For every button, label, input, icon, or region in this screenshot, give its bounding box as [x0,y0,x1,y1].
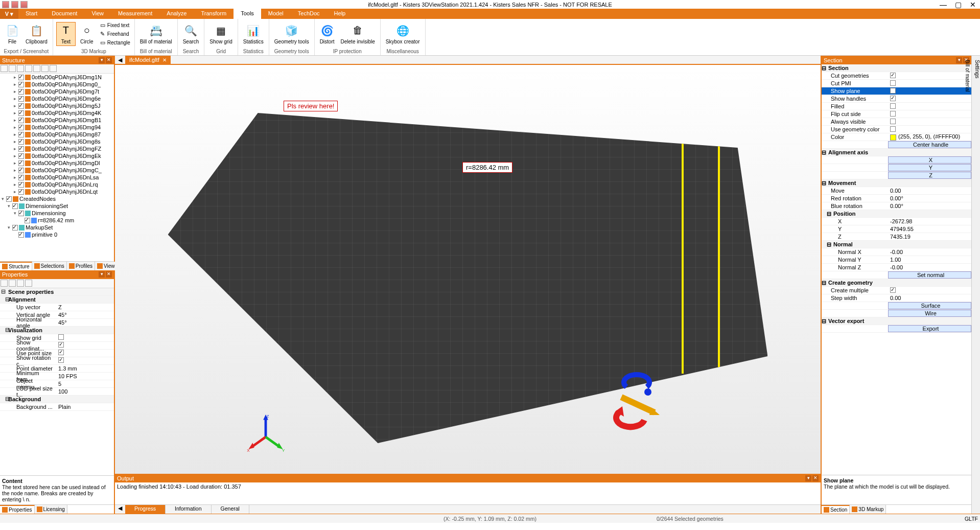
tree-checkbox[interactable] [18,211,24,216]
tree-node[interactable]: ▸0otfaO0qPDAhynjJ6Dmg8s [0,138,114,145]
delete-invisible-button[interactable]: 🗑Delete invisible [339,22,377,45]
sec-createmult-checkbox[interactable] [890,287,896,293]
sec-showplane-checkbox[interactable] [890,88,896,94]
panel-close-icon[interactable]: ✕ [812,475,819,481]
sec-pos-z-value[interactable]: 7435.19 [888,234,971,240]
sec-cutpmi-checkbox[interactable] [890,80,896,86]
tree-node[interactable]: r=8286.42 mm [0,217,114,224]
tab-structure[interactable]: Structure [0,262,32,270]
tree-node[interactable]: ▸0otfaO0qPDAhynjJ6DmgC_ [0,167,114,174]
panel-pin-icon[interactable]: ▾ [956,57,962,63]
text-markup-button[interactable]: TText [56,22,76,46]
section-handle-gizmo[interactable] [606,372,667,433]
bom-button[interactable]: 📇Bill of material [138,22,174,45]
sec-bluerot-value[interactable]: 0.00° [888,203,971,209]
tree-checkbox[interactable] [18,146,24,152]
distort-button[interactable]: 🌀Distort [318,22,337,45]
tree-tool-button[interactable] [50,65,57,72]
sec-group-section[interactable]: Section [826,65,893,71]
statistics-button[interactable]: 📊Statistics [241,22,266,45]
tree-node[interactable]: ▸0otfaO0qPDAhynjJ6Dmg5J [0,102,114,109]
tree-tool-button[interactable] [1,65,8,72]
tree-checkbox[interactable] [18,182,24,188]
tree-checkbox[interactable] [18,160,24,166]
tree-checkbox[interactable] [18,153,24,159]
align-y-button[interactable]: Y [888,164,971,171]
tree-node[interactable]: primitive 0 [0,231,114,238]
tree-node[interactable]: ▸0otfaO0qPDAhynjJ6DnLrq [0,181,114,188]
tree-checkbox[interactable] [18,82,24,87]
sec-stepwidth-value[interactable]: 0.00 [888,295,971,301]
tree-node[interactable]: ▸0otfaO0qPDAhynjJ6Dmg4K [0,109,114,117]
sec-group-normal[interactable]: Normal [831,241,898,247]
out-tab-prev[interactable]: ◀ [115,505,125,514]
fixedtext-markup-button[interactable]: ▭Fixed text [98,21,131,29]
tree-checkbox[interactable] [12,203,18,209]
tree-node[interactable]: ▸0otfaO0qPDAhynjJ6Dmg94 [0,124,114,131]
sec-normal-x-value[interactable]: -0.00 [888,249,971,255]
tab-licensing[interactable]: Licensing [35,505,67,514]
sec-always-checkbox[interactable] [890,119,896,124]
tree-checkbox[interactable] [12,225,18,231]
tree-checkbox[interactable] [18,125,24,130]
sec-move-value[interactable]: 0.00 [888,188,971,194]
sec-normal-z-value[interactable]: -0.00 [888,264,971,270]
tree-checkbox[interactable] [18,132,24,137]
prop-showgrid-checkbox[interactable] [58,334,64,340]
tree-node[interactable]: ▸0otfaO0qPDAhynjJ6DmgB1 [0,117,114,124]
tree-checkbox[interactable] [18,139,24,145]
tab-progress[interactable]: Progress [125,505,166,514]
prop-objmin-value[interactable]: 5 [56,381,114,387]
settings-rail-tab[interactable]: Settings [974,60,980,514]
surface-button[interactable]: Surface [888,302,971,309]
sec-cutgeo-checkbox[interactable] [890,73,896,78]
tree-tool-button[interactable] [17,65,24,72]
prop-vangle-value[interactable]: 45° [56,312,114,318]
sec-redrot-value[interactable]: 0.00° [888,195,971,201]
tree-node[interactable]: ▸0otfaO0qPDAhynjJ6DnLsa [0,174,114,181]
sec-pos-x-value[interactable]: -2672.98 [888,218,971,224]
tree-checkbox[interactable] [18,189,24,195]
sec-showhandles-checkbox[interactable] [890,96,896,101]
rectangle-markup-button[interactable]: ▭Rectangle [98,38,131,47]
center-handle-button[interactable]: Center handle [888,141,971,148]
panel-pin-icon[interactable]: ▾ [99,271,105,278]
sec-group-position[interactable]: Position [831,211,898,217]
prop-group-visualization[interactable]: Visualization [6,327,62,333]
tree-node[interactable]: ▸0otfaO0qPDAhynjJ6Dmg87 [0,131,114,138]
prop-tool-button[interactable] [25,280,32,287]
ribbon-tab-view[interactable]: View [84,9,111,19]
tree-tool-button[interactable] [33,65,40,72]
bom-rail-tab[interactable]: Bill of material [965,60,970,514]
tree-node[interactable]: ▾MarkupSet [0,224,114,231]
tree-tool-button[interactable] [9,65,16,72]
structure-tree[interactable]: ▸0otfaO0qPDAhynjJ6Dmg1N▸0otfaO0qPDAhynjJ… [0,74,114,261]
minimize-button[interactable]: — [940,1,947,9]
sec-usegeocol-checkbox[interactable] [890,126,896,132]
tree-checkbox[interactable] [6,196,12,202]
skybox-creator-button[interactable]: 🌐Skybox creator [384,22,422,45]
sec-group-vexport[interactable]: Vector export [826,318,893,324]
sec-color-value[interactable]: (255, 255, 0), (#FFFF00) [898,133,960,140]
freehand-markup-button[interactable]: ✎Freehand [98,30,131,38]
sec-normal-y-value[interactable]: 1.00 [888,257,971,263]
align-x-button[interactable]: X [888,156,971,164]
wire-button[interactable]: Wire [888,310,971,317]
tab-profiles[interactable]: Profiles [67,262,95,270]
prop-upvector-value[interactable]: Z [56,304,114,310]
ribbon-tab-tools[interactable]: Tools [234,9,261,19]
tree-checkbox[interactable] [25,218,30,223]
set-normal-button[interactable]: Set normal [888,271,971,279]
markup-text-annotation[interactable]: Pls review here! [284,101,338,111]
prop-tool-button[interactable] [17,280,24,287]
file-export-button[interactable]: 📄File [3,22,21,45]
prop-group-alignment[interactable]: Alignment [6,296,62,303]
3d-viewport[interactable]: Pls review here! r=8286.42 mm Z X Y [115,65,821,474]
doc-tab-close-icon[interactable]: ✕ [162,57,167,63]
tree-node[interactable]: ▾Dimensioning [0,210,114,217]
prop-lodpx-value[interactable]: 100 [56,388,114,395]
prop-group-background[interactable]: Background [6,396,62,402]
sec-group-creategeo[interactable]: Create geometry [826,280,893,286]
document-tab[interactable]: ifcModel.gltf✕ [125,56,171,64]
tree-node[interactable]: ▾CreatedNodes [0,195,114,202]
